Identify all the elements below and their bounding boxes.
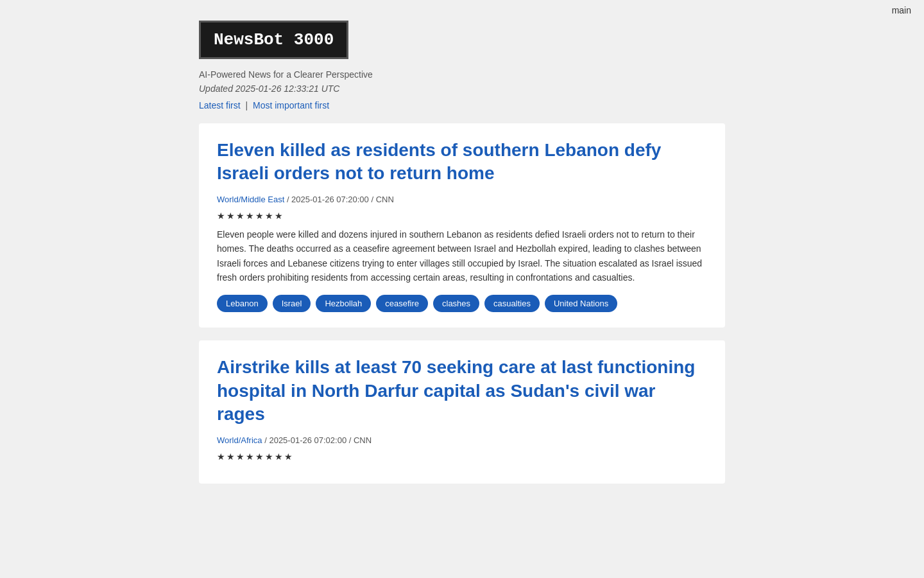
article-2-importance: ★★★★★★★★	[217, 451, 707, 462]
sort-links: Latest first | Most important first	[199, 100, 725, 110]
logo-container: NewsBot 3000	[199, 21, 725, 59]
tag-ceasefire[interactable]: ceasefire	[376, 295, 428, 312]
tagline: AI-Powered News for a Clearer Perspectiv…	[199, 69, 725, 80]
updated-timestamp: Updated 2025-01-26 12:33:21 UTC	[199, 83, 725, 94]
top-nav: main	[0, 0, 924, 21]
article-1-meta: World/Middle East / 2025-01-26 07:20:00 …	[217, 195, 707, 204]
sort-separator: |	[245, 100, 248, 110]
article-2-category[interactable]: World/Africa	[217, 435, 262, 445]
sort-most-important-first[interactable]: Most important first	[253, 100, 329, 110]
tag-israel[interactable]: Israel	[273, 295, 311, 312]
sort-latest-first[interactable]: Latest first	[199, 100, 241, 110]
article-1-title[interactable]: Eleven killed as residents of southern L…	[217, 139, 707, 186]
article-1-importance: ★★★★★★★	[217, 211, 707, 221]
article-1-summary: Eleven people were killed and dozens inj…	[217, 227, 707, 285]
tag-lebanon[interactable]: Lebanon	[217, 295, 268, 312]
main-nav-link[interactable]: main	[892, 5, 911, 15]
article-1: Eleven killed as residents of southern L…	[199, 123, 725, 328]
article-2-date-source: / 2025-01-26 07:02:00 / CNN	[264, 435, 372, 445]
tag-casualties[interactable]: casualties	[484, 295, 540, 312]
article-2-title[interactable]: Airstrike kills at least 70 seeking care…	[217, 356, 707, 426]
tag-clashes[interactable]: clashes	[433, 295, 479, 312]
article-1-date-source: / 2025-01-26 07:20:00 / CNN	[287, 195, 394, 204]
tag-united-nations[interactable]: United Nations	[545, 295, 617, 312]
article-2-meta: World/Africa / 2025-01-26 07:02:00 / CNN	[217, 435, 707, 445]
article-1-category[interactable]: World/Middle East	[217, 195, 284, 204]
page-wrapper: main NewsBot 3000 AI-Powered News for a …	[0, 0, 924, 578]
tag-hezbollah[interactable]: Hezbollah	[316, 295, 371, 312]
article-1-tags: Lebanon Israel Hezbollah ceasefire clash…	[217, 295, 707, 312]
logo: NewsBot 3000	[199, 21, 348, 59]
article-2: Airstrike kills at least 70 seeking care…	[199, 340, 725, 483]
main-content: NewsBot 3000 AI-Powered News for a Clear…	[186, 21, 738, 522]
